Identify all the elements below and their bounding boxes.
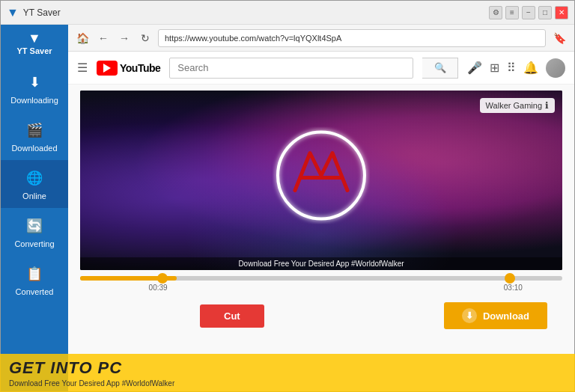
time-label-right: 03:10 bbox=[504, 284, 523, 292]
settings-button[interactable]: ⚙ bbox=[489, 6, 502, 19]
home-nav-button[interactable]: 🏠 bbox=[74, 30, 91, 46]
forward-nav-button[interactable]: → bbox=[116, 30, 133, 46]
hamburger-icon[interactable]: ☰ bbox=[77, 61, 88, 75]
download-label: Download bbox=[483, 310, 529, 322]
youtube-toolbar: ☰ YouTube 🔍 🎤 ⊞ ⠿ 🔔 bbox=[68, 52, 574, 85]
refresh-nav-button[interactable]: ↻ bbox=[137, 30, 153, 46]
youtube-toolbar-right: 🎤 ⊞ ⠿ 🔔 bbox=[467, 58, 565, 78]
get-into-pc-title: GET INTO PC bbox=[68, 358, 566, 378]
sidebar-item-online-label: Online bbox=[22, 192, 46, 200]
app-window: ▼ YT Saver ⚙ ≡ − □ ✕ ▼ YT Saver ⬇ Downlo… bbox=[0, 0, 575, 392]
minimize-button[interactable]: − bbox=[522, 6, 535, 19]
download-icon: ⬇ bbox=[462, 308, 477, 323]
youtube-logo-icon bbox=[97, 61, 118, 76]
video-watermark: Download Free Your Desired App #WorldofW… bbox=[80, 257, 562, 270]
online-icon: 🌐 bbox=[24, 168, 45, 189]
video-container: Walker Gaming ℹ Download Free Your Desir… bbox=[68, 85, 574, 391]
maximize-button[interactable]: □ bbox=[538, 6, 552, 19]
downloading-icon: ⬇ bbox=[24, 72, 45, 93]
channel-name: Walker Gaming bbox=[486, 101, 542, 110]
upload-button[interactable]: ⊞ bbox=[490, 61, 499, 75]
sidebar-item-converting[interactable]: 🔄 Converting bbox=[1, 208, 68, 256]
get-into-pc-subtitle: Download Free Your Desired App #WorldofW… bbox=[68, 379, 566, 388]
video-player[interactable]: Walker Gaming ℹ Download Free Your Desir… bbox=[80, 91, 562, 270]
aw-logo bbox=[273, 127, 370, 224]
timeline-handle-right[interactable] bbox=[505, 273, 515, 284]
browser-bar: 🏠 ← → ↻ 🔖 bbox=[68, 25, 574, 52]
address-bar-input[interactable] bbox=[158, 29, 546, 47]
bookmark-button[interactable]: 🔖 bbox=[550, 29, 568, 47]
youtube-search-input[interactable] bbox=[169, 58, 413, 79]
title-bar-title: YT Saver bbox=[23, 7, 61, 18]
title-bar-controls: ⚙ ≡ − □ ✕ bbox=[489, 6, 568, 19]
menu-button[interactable]: ≡ bbox=[505, 6, 519, 19]
sidebar-item-converting-label: Converting bbox=[14, 239, 54, 248]
back-nav-button[interactable]: ← bbox=[95, 30, 112, 46]
microphone-button[interactable]: 🎤 bbox=[467, 61, 482, 75]
main-content: 🏠 ← → ↻ 🔖 ☰ YouTube 🔍 🎤 ⊞ ⠿ bbox=[68, 25, 574, 391]
converted-icon: 📋 bbox=[24, 263, 45, 284]
sidebar-item-downloading[interactable]: ⬇ Downloading bbox=[1, 64, 68, 112]
sidebar: ▼ YT Saver ⬇ Downloading 🎬 Downloaded 🌐 … bbox=[1, 25, 68, 391]
app-logo-icon: ▼ bbox=[7, 6, 19, 19]
sidebar-item-converted[interactable]: 📋 Converted bbox=[1, 256, 68, 304]
sidebar-item-converted-label: Converted bbox=[16, 287, 54, 296]
close-button[interactable]: ✕ bbox=[555, 6, 568, 19]
timeline-labels: 00:39 03:10 bbox=[80, 284, 562, 292]
youtube-logo: YouTube bbox=[97, 61, 160, 76]
sidebar-item-online[interactable]: 🌐 Online bbox=[1, 160, 68, 208]
sidebar-item-downloading-label: Downloading bbox=[10, 96, 58, 105]
user-avatar[interactable] bbox=[546, 58, 565, 78]
apps-button[interactable]: ⠿ bbox=[507, 61, 516, 75]
youtube-logo-text: YouTube bbox=[120, 62, 160, 74]
channel-badge: Walker Gaming ℹ bbox=[480, 98, 555, 113]
timeline-bar[interactable] bbox=[80, 276, 562, 281]
timeline-area: 00:39 03:10 bbox=[80, 270, 562, 296]
cut-button[interactable]: Cut bbox=[200, 304, 264, 328]
sidebar-item-downloaded[interactable]: 🎬 Downloaded bbox=[1, 112, 68, 160]
timeline-handle-left[interactable] bbox=[157, 273, 168, 284]
sidebar-item-downloaded-label: Downloaded bbox=[11, 144, 57, 153]
info-icon: ℹ bbox=[545, 100, 549, 111]
youtube-search-button[interactable]: 🔍 bbox=[422, 58, 458, 79]
title-bar-left: ▼ YT Saver bbox=[7, 6, 61, 19]
action-buttons: Cut ⬇ Download bbox=[80, 296, 562, 337]
converting-icon: 🔄 bbox=[24, 215, 45, 236]
app-body: ▼ YT Saver ⬇ Downloading 🎬 Downloaded 🌐 … bbox=[1, 25, 574, 391]
time-label-left: 00:39 bbox=[149, 284, 168, 292]
sidebar-brand: ▼ YT Saver bbox=[16, 31, 52, 55]
download-button[interactable]: ⬇ Download bbox=[444, 302, 547, 329]
title-bar: ▼ YT Saver ⚙ ≡ − □ ✕ bbox=[1, 1, 574, 25]
downloaded-icon: 🎬 bbox=[24, 120, 45, 141]
get-into-pc-banner: GET INTO PC Download Free Your Desired A… bbox=[68, 354, 574, 391]
notifications-button[interactable]: 🔔 bbox=[523, 61, 538, 75]
